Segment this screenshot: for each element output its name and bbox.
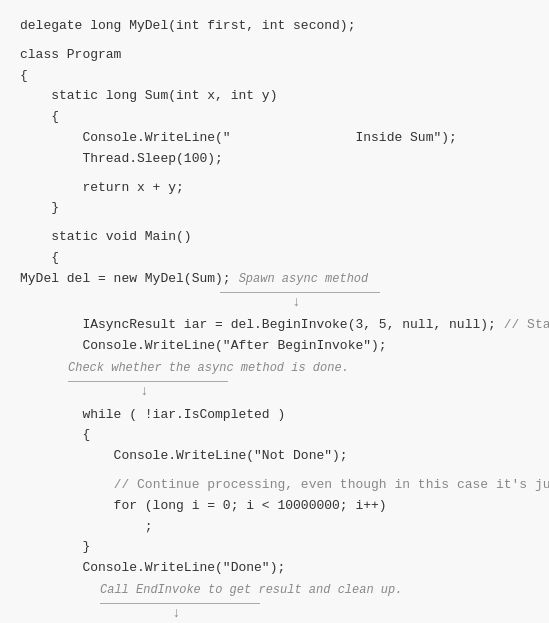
endinvoke-annotation-text: Call EndInvoke to get result and clean u… <box>100 583 402 597</box>
code-text: { <box>20 248 59 269</box>
code-text: delegate long MyDel(int first, int secon… <box>20 16 355 37</box>
code-text: Console.WriteLine("Not Done"); <box>20 446 348 467</box>
code-text: { <box>20 107 59 128</box>
code-line-27: ; <box>20 517 529 538</box>
code-text: static long Sum(int x, int y) <box>20 86 277 107</box>
code-line-4: { <box>20 66 529 87</box>
code-line-14: { <box>20 248 529 269</box>
code-text: ; <box>20 517 153 538</box>
code-line-7: Console.WriteLine(" Inside Sum"); <box>20 128 529 149</box>
arrow-down-1: ↓ <box>292 293 529 314</box>
code-line-28: } <box>20 537 529 558</box>
code-text: return x + y; <box>20 178 184 199</box>
code-text: while ( !iar.IsCompleted ) <box>20 405 285 426</box>
code-line-18: Console.WriteLine("After BeginInvoke"); <box>20 336 529 357</box>
code-text: { <box>20 66 28 87</box>
check-annotation-text: Check whether the async method is done. <box>68 361 349 375</box>
code-text: MyDel del = new MyDel(Sum); <box>20 269 231 290</box>
spawn-annotation: Spawn async method <box>239 270 369 289</box>
code-text: Console.WriteLine(" Inside Sum"); <box>20 128 457 149</box>
line-with-annotation: MyDel del = new MyDel(Sum); Spawn async … <box>20 269 529 290</box>
arrow-down-3: ↓ <box>172 604 529 623</box>
code-text: } <box>20 537 90 558</box>
code-line-1: delegate long MyDel(int first, int secon… <box>20 16 529 37</box>
code-text: { <box>20 425 90 446</box>
arrow-down-2: ↓ <box>140 382 529 403</box>
code-editor: delegate long MyDel(int first, int secon… <box>0 0 549 623</box>
code-text: static void Main() <box>20 227 192 248</box>
code-text: IAsyncResult iar = del.BeginInvoke(3, 5,… <box>20 315 549 336</box>
separator-group-1: ↓ <box>220 292 529 314</box>
code-line-11: } <box>20 198 529 219</box>
endinvoke-annotation-line: Call EndInvoke to get result and clean u… <box>100 580 529 601</box>
code-line-21: while ( !iar.IsCompleted ) <box>20 405 529 426</box>
code-line-25: // Continue processing, even though in t… <box>20 475 529 496</box>
code-line-10: return x + y; <box>20 178 529 199</box>
code-text: Console.WriteLine("After BeginInvoke"); <box>20 336 387 357</box>
code-text: class Program <box>20 45 121 66</box>
code-line-5: static long Sum(int x, int y) <box>20 86 529 107</box>
code-text: for (long i = 0; i < 10000000; i++) <box>20 496 387 517</box>
code-text: } <box>20 198 59 219</box>
code-line-29: Console.WriteLine("Done"); <box>20 558 529 579</box>
code-line-3: class Program <box>20 45 529 66</box>
code-line-13: static void Main() <box>20 227 529 248</box>
code-text: Console.WriteLine("Done"); <box>20 558 285 579</box>
code-text: // Continue processing, even though in t… <box>20 475 549 496</box>
code-line-17: IAsyncResult iar = del.BeginInvoke(3, 5,… <box>20 315 529 336</box>
separator-group-2: ↓ <box>68 381 529 403</box>
code-line-23: Console.WriteLine("Not Done"); <box>20 446 529 467</box>
separator-group-3: ↓ <box>100 603 529 623</box>
code-line-8: Thread.Sleep(100); <box>20 149 529 170</box>
code-line-22: { <box>20 425 529 446</box>
check-annotation-line: Check whether the async method is done. <box>68 358 529 379</box>
code-text: Thread.Sleep(100); <box>20 149 223 170</box>
code-line-6: { <box>20 107 529 128</box>
code-line-26: for (long i = 0; i < 10000000; i++) <box>20 496 529 517</box>
